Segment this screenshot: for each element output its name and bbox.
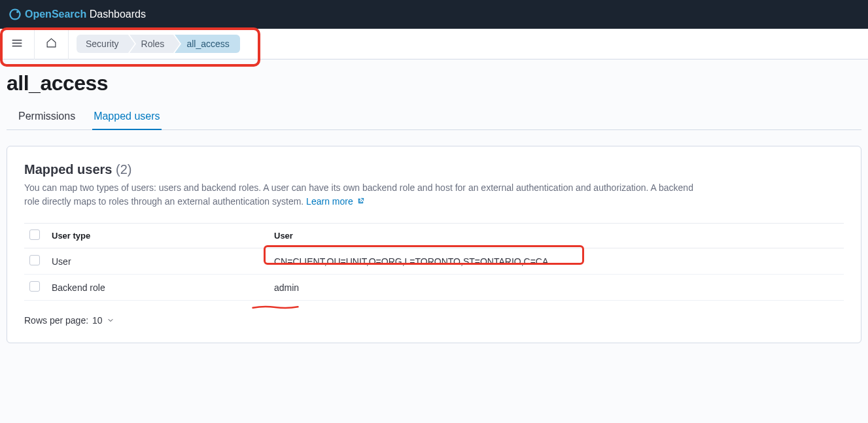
menu-toggle-button[interactable] xyxy=(9,35,26,54)
opensearch-logo-icon xyxy=(9,8,21,20)
panel-title-count: (2) xyxy=(116,162,131,177)
panel-description: You can map two types of users: users an… xyxy=(24,181,711,209)
learn-more-link[interactable]: Learn more xyxy=(306,196,364,207)
app-logo[interactable]: OpenSearch Dashboards xyxy=(9,8,146,20)
select-all-cell xyxy=(24,224,46,248)
home-button[interactable] xyxy=(43,35,60,53)
row-checkbox[interactable] xyxy=(29,281,40,292)
external-link-icon xyxy=(357,196,364,207)
mapped-users-table: User type User User CN=CLIENT,OU=UNIT,O=… xyxy=(24,223,844,301)
breadcrumb-item-roles[interactable]: Roles xyxy=(130,35,174,53)
home-icon xyxy=(46,37,57,50)
row-checkbox[interactable] xyxy=(29,255,40,265)
logo-text-open: Open xyxy=(25,8,52,20)
table-header-row: User type User xyxy=(24,224,844,248)
cell-user: admin xyxy=(269,275,844,301)
page-title: all_access xyxy=(7,71,861,95)
panel-title-text: Mapped users xyxy=(24,162,112,177)
tab-permissions[interactable]: Permissions xyxy=(17,103,77,130)
table-row: User CN=CLIENT,OU=UNIT,O=ORG,L=TORONTO,S… xyxy=(24,248,844,275)
breadcrumb-label: Roles xyxy=(141,39,165,49)
cell-usertype: User xyxy=(46,248,269,275)
rows-per-page-selector[interactable]: Rows per page: 10 xyxy=(24,315,844,326)
svg-point-0 xyxy=(16,11,18,13)
breadcrumb-item-security[interactable]: Security xyxy=(77,35,128,53)
table-row: Backend role admin xyxy=(24,275,844,301)
tab-label: Mapped users xyxy=(94,110,160,122)
learn-more-text: Learn more xyxy=(306,196,353,207)
rows-per-page-value: 10 xyxy=(92,315,103,326)
logo-text-dashboards: Dashboards xyxy=(86,8,146,20)
cell-user-text: CN=CLIENT,OU=UNIT,O=ORG,L=TORONTO,ST=ONT… xyxy=(274,256,548,267)
cell-usertype: Backend role xyxy=(46,275,269,301)
breadcrumb: Security Roles all_access xyxy=(77,35,241,53)
mapped-users-panel: Mapped users (2) You can map two types o… xyxy=(7,146,861,343)
cell-user: CN=CLIENT,OU=UNIT,O=ORG,L=TORONTO,ST=ONT… xyxy=(269,248,844,275)
logo-text-search: Search xyxy=(52,8,86,20)
annotation-underline xyxy=(244,305,307,309)
tab-mapped-users[interactable]: Mapped users xyxy=(92,103,161,130)
rows-per-page-label: Rows per page: xyxy=(24,315,88,326)
tabs: Permissions Mapped users xyxy=(7,102,861,130)
select-all-checkbox[interactable] xyxy=(29,229,40,240)
column-header-usertype[interactable]: User type xyxy=(46,224,269,248)
breadcrumb-item-all-access[interactable]: all_access xyxy=(175,35,239,53)
app-header: OpenSearch Dashboards xyxy=(0,0,868,29)
hamburger-icon xyxy=(11,37,23,51)
column-header-user[interactable]: User xyxy=(269,224,844,248)
panel-title: Mapped users (2) xyxy=(24,162,844,177)
cell-user-text: admin xyxy=(274,282,299,293)
chevron-down-icon xyxy=(107,316,114,324)
nav-row: Security Roles all_access xyxy=(0,29,868,59)
breadcrumb-label: all_access xyxy=(186,39,229,49)
tab-label: Permissions xyxy=(18,110,75,122)
breadcrumb-label: Security xyxy=(86,39,119,49)
